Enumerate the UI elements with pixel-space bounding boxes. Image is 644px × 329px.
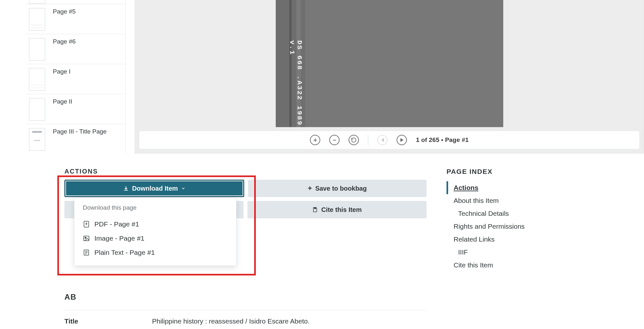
page-thumbnail-list: Page #5 Page #6 Page I Page II Page III … [26,0,126,154]
page-status-text: 1 of 265 • Page #1 [416,136,468,144]
meta-row-title: Title Philippine history : reassessed / … [64,310,427,329]
plus-icon: + [308,184,312,193]
thumbnail-row[interactable]: Page #6 [26,34,125,64]
download-item-button[interactable]: Download Item [64,180,244,197]
download-icon [123,185,129,191]
text-file-icon [83,249,90,256]
zoom-in-button[interactable]: ＋ [310,135,320,145]
chevron-down-icon [181,186,186,191]
image-icon [83,235,90,242]
svg-rect-0 [314,208,316,209]
zoom-out-button[interactable]: － [329,135,340,145]
save-to-bookbag-label: Save to bookbag [315,185,367,192]
next-page-button[interactable] [397,135,407,145]
page-index-heading: PAGE INDEX [447,168,550,175]
thumbnail-row[interactable] [26,0,125,4]
cite-this-item-button[interactable]: Cite this Item [247,201,427,218]
download-dropdown: Download this page PDF - Page #1 Image -… [74,197,236,266]
thumbnail-label: Page #6 [53,38,76,45]
thumbnail-label: Page II [53,98,72,105]
dropdown-header: Download this page [83,204,228,211]
thumbnail-label: Page III - Title Page [53,128,107,135]
thumbnail-row[interactable]: Page #5 [26,4,125,34]
meta-label: Title [64,317,152,325]
prev-page-button [377,135,388,145]
save-icon [312,207,318,213]
thumbnail-row[interactable]: Page II [26,94,125,124]
image-viewer: DS 668 .A322 1989 v.1 ＋ － 1 of 265 • Pag… [135,0,644,154]
save-to-bookbag-button[interactable]: + Save to bookbag [248,180,427,197]
thumbnail-row[interactable]: Page III - Title Page [26,124,125,154]
toolbar-divider [368,135,368,145]
thumbnail-row[interactable]: Page I [26,64,125,94]
pdf-icon [83,221,90,228]
page-index-about[interactable]: About this Item [447,194,550,207]
page-index-nav: PAGE INDEX Actions About this Item Techn… [447,168,550,272]
download-text-option[interactable]: Plain Text - Page #1 [83,245,228,260]
metadata-heading: AB [64,293,427,302]
page-index-technical-details[interactable]: Technical Details [447,207,550,220]
viewer-toolbar: ＋ － 1 of 265 • Page #1 [139,131,640,149]
thumbnail-label: Page #5 [53,8,76,15]
download-item-label: Download Item [132,185,178,192]
download-image-option[interactable]: Image - Page #1 [83,231,228,245]
rotate-button[interactable] [349,135,359,145]
book-cover-image[interactable]: DS 668 .A322 1989 v.1 [276,0,503,127]
book-spine-text: DS 668 .A322 1989 v.1 [288,40,303,127]
metadata-section: AB Title Philippine history : reassessed… [64,293,427,329]
page-index-actions[interactable]: Actions [447,181,550,194]
svg-point-3 [85,237,86,238]
cite-this-item-label: Cite this Item [321,206,362,214]
svg-rect-2 [84,236,89,241]
thumbnail-label: Page I [53,68,71,75]
page-index-iiif[interactable]: IIIF [447,246,550,259]
page-index-related[interactable]: Related Links [447,233,550,246]
download-pdf-option[interactable]: PDF - Page #1 [83,217,228,231]
page-index-cite[interactable]: Cite this Item [447,259,550,272]
page-index-rights[interactable]: Rights and Permissions [447,220,550,233]
meta-value: Philippine history : reassessed / Isidro… [152,317,310,325]
